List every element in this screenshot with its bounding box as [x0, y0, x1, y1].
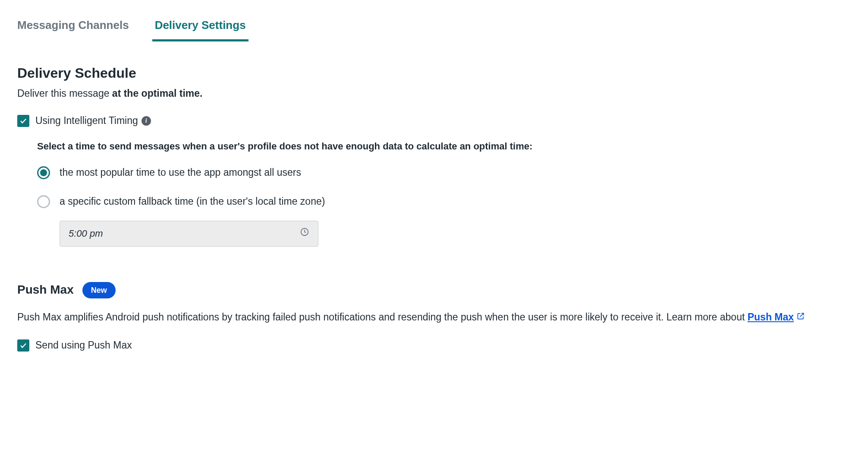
- delivery-schedule-subtitle: Deliver this message at the optimal time…: [17, 86, 851, 101]
- radio-custom-label: a specific custom fallback time (in the …: [60, 194, 325, 209]
- info-icon[interactable]: i: [142, 116, 151, 126]
- new-badge: New: [82, 282, 116, 298]
- tab-messaging-channels[interactable]: Messaging Channels: [17, 13, 129, 41]
- radio-popular-label: the most popular time to use the app amo…: [60, 165, 301, 180]
- clock-icon: [300, 227, 309, 241]
- pushmax-title: Push Max: [17, 281, 74, 299]
- pushmax-checkbox-label: Send using Push Max: [35, 338, 132, 352]
- tab-delivery-settings[interactable]: Delivery Settings: [155, 13, 246, 41]
- pushmax-description: Push Max amplifies Android push notifica…: [17, 310, 820, 324]
- intelligent-timing-checkbox[interactable]: [17, 115, 29, 127]
- radio-dot: [40, 169, 47, 176]
- external-link-icon: [796, 310, 805, 324]
- pushmax-link[interactable]: Push Max: [748, 310, 805, 324]
- fallback-time-input[interactable]: 5:00 pm: [60, 221, 318, 247]
- subtitle-bold: at the optimal time.: [112, 88, 203, 99]
- fallback-prompt: Select a time to send messages when a us…: [37, 139, 851, 153]
- tabs: Messaging Channels Delivery Settings: [17, 13, 851, 41]
- radio-popular[interactable]: [37, 166, 50, 179]
- pushmax-header: Push Max New: [17, 281, 851, 299]
- time-value: 5:00 pm: [69, 227, 103, 241]
- pushmax-desc-text: Push Max amplifies Android push notifica…: [17, 311, 748, 323]
- radio-option-popular[interactable]: the most popular time to use the app amo…: [37, 165, 417, 180]
- pushmax-checkbox[interactable]: [17, 339, 29, 352]
- intelligent-timing-row: Using Intelligent Timing i: [17, 114, 851, 128]
- radio-option-custom[interactable]: a specific custom fallback time (in the …: [37, 194, 417, 209]
- intelligent-timing-label: Using Intelligent Timing i: [35, 114, 151, 128]
- delivery-schedule-title: Delivery Schedule: [17, 63, 851, 83]
- intelligent-timing-text: Using Intelligent Timing: [35, 114, 138, 128]
- check-icon: [19, 117, 27, 125]
- check-icon: [19, 342, 27, 349]
- time-input-wrap: 5:00 pm: [60, 221, 851, 247]
- subtitle-prefix: Deliver this message: [17, 88, 112, 99]
- pushmax-link-text: Push Max: [748, 310, 794, 324]
- intelligent-timing-options: Select a time to send messages when a us…: [17, 139, 851, 247]
- radio-custom[interactable]: [37, 195, 50, 208]
- pushmax-checkbox-row: Send using Push Max: [17, 338, 851, 352]
